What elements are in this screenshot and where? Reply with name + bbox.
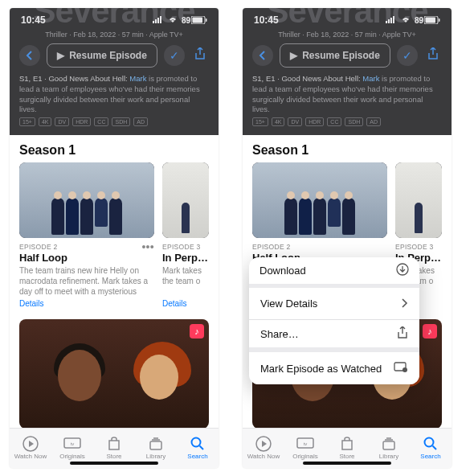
signal-icon: [153, 14, 164, 26]
phone-left: Severance 10:45 89 Thriller · Feb 18, 20…: [10, 8, 219, 468]
wifi-icon: [400, 14, 411, 26]
details-link[interactable]: Details: [19, 299, 154, 308]
svg-line-33: [433, 446, 437, 450]
featured-thumbnail[interactable]: ♪: [19, 319, 209, 428]
season-heading: Season 1: [10, 135, 219, 162]
episode-label: EPISODE 2: [252, 243, 291, 251]
svg-rect-5: [193, 18, 203, 23]
play-icon: ▶: [57, 50, 64, 61]
rating-badges: 15+4KDVHDRCCSDHAD: [252, 117, 381, 126]
status-time: 10:45: [254, 14, 279, 26]
battery-icon: 89: [415, 16, 440, 25]
hero-dimmed: Severance 10:45 89 Thriller · Feb 18, 20…: [243, 8, 452, 135]
rating-badges: 15+4KDVHDRCCSDHAD: [19, 117, 148, 126]
share-icon: [397, 326, 408, 342]
music-badge-icon: ♪: [190, 324, 204, 339]
checkmark-icon[interactable]: ✓: [397, 45, 418, 66]
status-time: 10:45: [21, 14, 46, 26]
battery-icon: 89: [182, 16, 207, 25]
episode-card[interactable]: EPISODE 2 ••• Half Loop The team trains …: [19, 162, 154, 308]
tab-watch-now[interactable]: Watch Now: [243, 429, 284, 468]
svg-point-14: [192, 438, 201, 447]
resume-button[interactable]: ▶Resume Episode: [280, 43, 390, 68]
svg-rect-21: [426, 18, 436, 23]
svg-rect-1: [155, 19, 157, 23]
menu-download[interactable]: Download: [249, 257, 419, 289]
play-icon: ▶: [290, 50, 297, 61]
share-icon[interactable]: [191, 47, 209, 64]
hero-dimmed: Severance 10:45 89 Thriller · Feb 18, 20…: [10, 8, 219, 135]
tv-icon: tv: [63, 437, 81, 451]
play-circle-icon: [255, 437, 272, 451]
episode-card[interactable]: EPISODE 3 In Perpetuity Mark takes the t…: [162, 162, 209, 308]
home-indicator[interactable]: [70, 462, 158, 465]
share-icon[interactable]: [424, 47, 442, 64]
bag-icon: [105, 437, 123, 451]
season-heading: Season 1: [243, 135, 452, 162]
episode-thumbnail[interactable]: [252, 162, 387, 238]
episode-label: EPISODE 3: [162, 243, 201, 251]
episode-synopsis: The team trains new hire Helly on macrod…: [19, 265, 154, 298]
wifi-icon: [167, 14, 178, 26]
show-subtitle: Thriller · Feb 18, 2022 · 57 min · Apple…: [243, 31, 452, 39]
search-icon: [422, 437, 439, 451]
search-icon: [189, 437, 206, 451]
details-link[interactable]: Details: [162, 299, 209, 308]
chevron-right-icon: [402, 298, 408, 310]
menu-view-details[interactable]: View Details: [249, 288, 419, 320]
content-area: Season 1 EPISODE 2 Half Loop EPISODE 3 I…: [243, 135, 452, 428]
episode-label: EPISODE 2: [19, 243, 58, 251]
svg-rect-18: [390, 18, 392, 23]
episode-title: In Perpetuity: [162, 252, 209, 264]
play-circle-icon: [22, 437, 39, 451]
svg-rect-0: [153, 21, 154, 23]
tv-icon: tv: [296, 437, 314, 451]
svg-rect-19: [393, 16, 394, 23]
show-subtitle: Thriller · Feb 18, 2022 · 57 min · Apple…: [10, 31, 219, 39]
svg-rect-16: [386, 21, 387, 23]
download-icon: [396, 263, 409, 278]
episode-carousel[interactable]: EPISODE 2 ••• Half Loop The team trains …: [10, 162, 219, 308]
back-button[interactable]: [19, 45, 40, 66]
signal-icon: [386, 14, 397, 26]
svg-rect-29: [383, 441, 394, 449]
episode-description: S1, E1 · Good News About Hell: Mark is p…: [252, 74, 442, 115]
episode-thumbnail[interactable]: [162, 162, 209, 238]
checkmark-icon[interactable]: ✓: [164, 45, 185, 66]
svg-point-32: [425, 438, 434, 447]
episode-synopsis: Mark takes the team o: [162, 265, 209, 298]
phone-right: Severance 10:45 89 Thriller · Feb 18, 20…: [243, 8, 452, 468]
status-bar: 10:45 89: [243, 13, 452, 27]
back-button[interactable]: [252, 45, 273, 66]
home-indicator[interactable]: [303, 462, 391, 465]
svg-rect-22: [439, 18, 440, 22]
tab-watch-now[interactable]: Watch Now: [10, 429, 51, 468]
content-area: Season 1 EPISODE 2 ••• Half Loop The tea…: [10, 135, 219, 428]
library-icon: [380, 437, 398, 451]
svg-rect-2: [157, 18, 159, 23]
status-bar: 10:45 89: [10, 13, 219, 27]
episode-title: Half Loop: [19, 252, 154, 264]
menu-mark-watched[interactable]: Mark Episode as Watched: [249, 352, 419, 384]
svg-text:tv: tv: [304, 441, 308, 446]
svg-text:tv: tv: [71, 441, 75, 446]
svg-point-25: [402, 367, 407, 372]
svg-rect-11: [150, 441, 161, 449]
menu-share[interactable]: Share…: [249, 320, 419, 352]
svg-rect-3: [160, 16, 161, 23]
more-button[interactable]: •••: [141, 244, 154, 250]
svg-line-15: [200, 446, 204, 450]
resume-button[interactable]: ▶ Resume Episode: [47, 43, 157, 68]
episode-thumbnail[interactable]: [395, 162, 442, 238]
episode-thumbnail[interactable]: [19, 162, 154, 238]
library-icon: [147, 437, 165, 451]
episode-label: EPISODE 3: [395, 243, 434, 251]
music-badge-icon: ♪: [423, 324, 437, 339]
svg-rect-17: [388, 19, 390, 23]
svg-rect-6: [206, 18, 207, 22]
episode-description: S1, E1 · Good News About Hell: Mark is p…: [19, 74, 209, 115]
rectangle-badge-icon: [394, 362, 408, 375]
context-menu: Download View Details Share… Mark Episod…: [249, 257, 419, 384]
tab-search[interactable]: Search: [410, 429, 452, 468]
tab-search[interactable]: Search: [177, 429, 219, 468]
